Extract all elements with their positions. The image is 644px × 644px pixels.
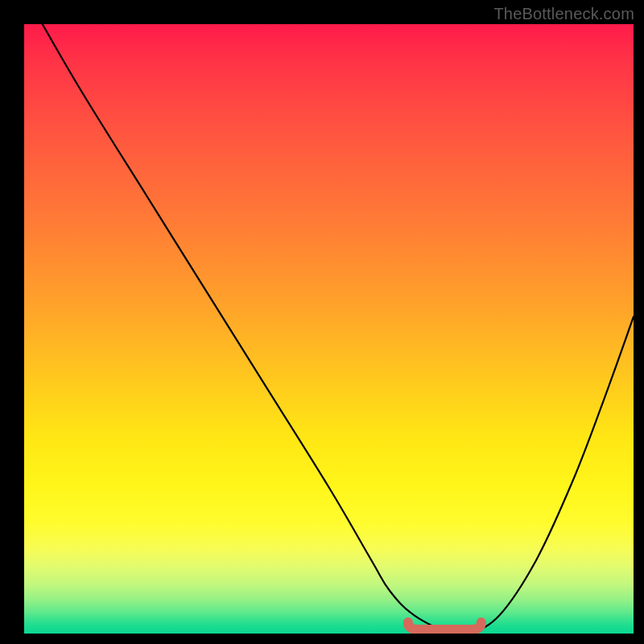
optimal-range-marker (408, 622, 481, 630)
watermark-text: TheBottleneck.com (493, 5, 634, 23)
plot-area (24, 24, 634, 634)
chart-frame: TheBottleneck.com (0, 0, 644, 644)
curve-layer (24, 24, 634, 634)
bottleneck-curve (43, 24, 634, 634)
